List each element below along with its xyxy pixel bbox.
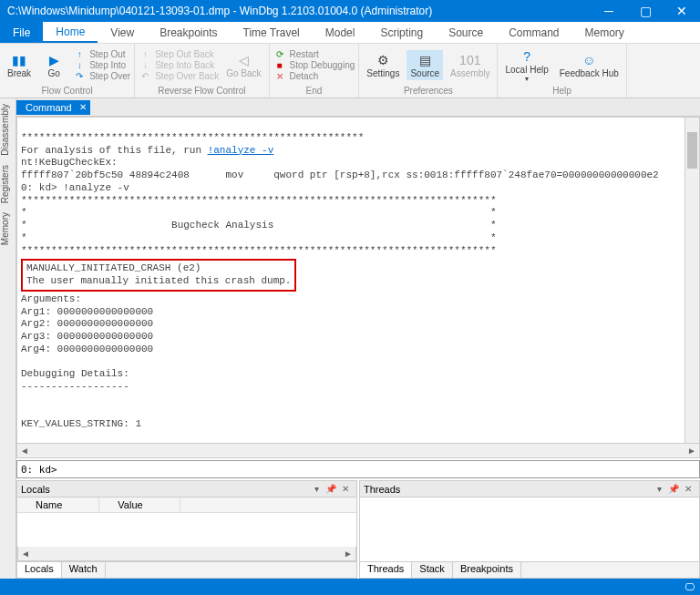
side-tabs: Disassembly Registers Memory	[0, 98, 16, 579]
menu-file[interactable]: File	[0, 22, 43, 43]
menu-view[interactable]: View	[98, 22, 147, 43]
scroll-left-icon[interactable]: ◄	[17, 446, 32, 456]
col-name[interactable]: Name	[17, 498, 99, 512]
sidetab-disassembly[interactable]: Disassembly	[0, 104, 15, 156]
col-value[interactable]: Value	[99, 498, 180, 512]
horizontal-scrollbar[interactable]: ◄ ►	[16, 444, 700, 458]
window-controls: ─ ▢ ✕	[591, 0, 700, 22]
step-over-back-button[interactable]: ↶Step Over Back	[139, 71, 219, 81]
panel-close-icon[interactable]: ✕	[338, 484, 353, 494]
ribbon-group-prefs: ⚙Settings ▤Source 101Assembly Preference…	[359, 44, 498, 97]
analyze-link[interactable]: !analyze -v	[208, 145, 274, 156]
command-input[interactable]	[61, 464, 695, 476]
ribbon-group-help: ?Local Help▾ ☺Feedback Hub Help	[498, 44, 626, 97]
command-prompt: 0: kd>	[21, 464, 57, 476]
bottom-panels: Locals ▾ 📌 ✕ Name Value ◄► Locals Watch	[16, 480, 700, 579]
close-button[interactable]: ✕	[664, 0, 700, 22]
restart-button[interactable]: ⟳Restart	[273, 49, 355, 59]
gear-icon: ⚙	[375, 52, 391, 68]
minimize-button[interactable]: ─	[591, 0, 627, 22]
assembly-icon: 101	[462, 52, 479, 68]
feedback-button[interactable]: ☺Feedback Hub	[556, 50, 623, 80]
scrollbar-thumb[interactable]	[687, 132, 697, 169]
local-help-button[interactable]: ?Local Help▾	[501, 46, 551, 85]
scroll-right-icon[interactable]: ►	[685, 446, 699, 456]
pause-icon: ▮▮	[11, 52, 27, 68]
ribbon-help-label: Help	[501, 85, 622, 96]
step-into-back-icon: ↓	[139, 60, 151, 70]
go-back-button[interactable]: ◁Go Back	[222, 50, 264, 80]
locals-title: Locals	[21, 484, 309, 495]
panel-close-icon[interactable]: ✕	[681, 484, 695, 494]
status-bar: 🖵	[0, 579, 700, 595]
menu-scripting[interactable]: Scripting	[367, 22, 436, 43]
threads-panel: Threads ▾ 📌 ✕ Threads Stack Breakpoints	[359, 480, 700, 579]
settings-button[interactable]: ⚙Settings	[363, 50, 403, 80]
menu-breakpoints[interactable]: Breakpoints	[147, 22, 230, 43]
command-tab[interactable]: Command✕	[16, 100, 90, 115]
panel-dropdown-icon[interactable]: ▾	[652, 484, 666, 494]
ribbon-flow-label: Flow Control	[4, 85, 130, 96]
pin-icon[interactable]: 📌	[666, 484, 681, 494]
title-bar: C:\Windows\Minidump\040121-13093-01.dmp …	[0, 0, 700, 22]
scroll-right-icon[interactable]: ►	[341, 549, 355, 559]
stop-icon: ■	[273, 60, 286, 70]
step-out-icon: ↑	[73, 49, 86, 59]
step-out-button[interactable]: ↑Step Out	[73, 49, 130, 59]
locals-columns: Name Value	[17, 498, 356, 513]
ribbon-reverse-label: Reverse Flow Control	[139, 85, 264, 96]
locals-hscroll[interactable]: ◄►	[17, 547, 356, 561]
restart-icon: ⟳	[273, 49, 286, 59]
ribbon-group-flow: ▮▮Break ▶Go ↑Step Out ↓Step Into ↷Step O…	[0, 44, 135, 97]
menu-timetravel[interactable]: Time Travel	[231, 22, 313, 43]
maximize-button[interactable]: ▢	[627, 0, 664, 22]
vertical-scrollbar[interactable]	[685, 118, 699, 443]
pin-icon[interactable]: 📌	[324, 484, 338, 494]
crash-highlight: MANUALLY_INITIATED_CRASH (e2) The user m…	[21, 259, 296, 292]
panel-dropdown-icon[interactable]: ▾	[309, 484, 324, 494]
go-button[interactable]: ▶Go	[38, 50, 69, 80]
tab-threads[interactable]: Threads	[360, 562, 412, 578]
main-area: Command✕ *******************************…	[16, 98, 700, 579]
source-icon: ▤	[417, 52, 433, 68]
sidetab-registers[interactable]: Registers	[0, 165, 15, 203]
menu-model[interactable]: Model	[313, 22, 368, 43]
step-over-button[interactable]: ↷Step Over	[73, 71, 130, 81]
tab-watch[interactable]: Watch	[62, 562, 106, 578]
command-output[interactable]: ****************************************…	[16, 117, 700, 444]
close-tab-icon[interactable]: ✕	[79, 102, 87, 112]
tab-stack[interactable]: Stack	[412, 562, 453, 578]
menu-source[interactable]: Source	[436, 22, 496, 43]
step-out-back-icon: ↑	[139, 49, 151, 59]
ribbon-end-label: End	[273, 85, 355, 96]
tab-breakpoints[interactable]: Breakpoints	[453, 562, 521, 578]
step-out-back-button[interactable]: ↑Step Out Back	[139, 49, 219, 59]
step-over-back-icon: ↶	[139, 71, 151, 81]
source-button[interactable]: ▤Source	[407, 50, 443, 80]
break-button[interactable]: ▮▮Break	[4, 50, 35, 80]
help-icon: ?	[519, 48, 535, 65]
tab-locals[interactable]: Locals	[17, 562, 62, 578]
ribbon-group-end: ⟳Restart ■Stop Debugging ⤫Detach End	[270, 44, 360, 97]
command-input-row: 0: kd>	[16, 460, 700, 478]
status-monitor-icon[interactable]: 🖵	[685, 581, 695, 592]
scroll-left-icon[interactable]: ◄	[18, 549, 33, 559]
feedback-icon: ☺	[581, 52, 597, 68]
play-icon: ▶	[46, 52, 62, 68]
detach-button[interactable]: ⤫Detach	[273, 71, 355, 81]
chevron-down-icon: ▾	[525, 75, 529, 83]
locals-panel: Locals ▾ 📌 ✕ Name Value ◄► Locals Watch	[16, 480, 357, 579]
stop-debugging-button[interactable]: ■Stop Debugging	[273, 60, 355, 70]
go-back-icon: ◁	[235, 52, 252, 68]
assembly-button[interactable]: 101Assembly	[447, 50, 493, 80]
ribbon-prefs-label: Preferences	[363, 85, 493, 96]
step-over-icon: ↷	[73, 71, 86, 81]
menu-memory[interactable]: Memory	[572, 22, 637, 43]
menu-command[interactable]: Command	[496, 22, 571, 43]
step-into-back-button[interactable]: ↓Step Into Back	[139, 60, 219, 70]
sidetab-memory[interactable]: Memory	[0, 212, 15, 245]
menu-bar: File Home View Breakpoints Time Travel M…	[0, 22, 700, 44]
step-into-button[interactable]: ↓Step Into	[73, 60, 130, 70]
ribbon: ▮▮Break ▶Go ↑Step Out ↓Step Into ↷Step O…	[0, 44, 700, 98]
menu-home[interactable]: Home	[43, 22, 98, 43]
